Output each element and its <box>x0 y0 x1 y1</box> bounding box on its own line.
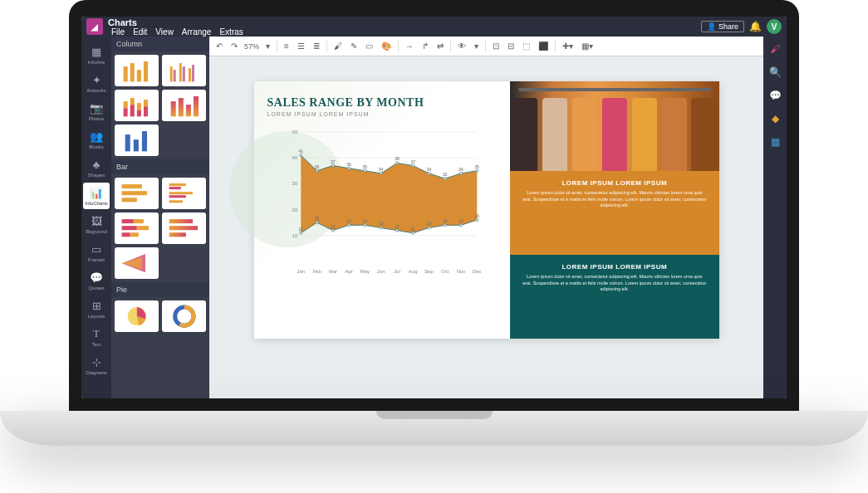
back-icon[interactable]: ⬛ <box>537 41 550 51</box>
chevron-down-icon[interactable]: ▾ <box>264 41 272 51</box>
share-button[interactable]: 👤 Share <box>701 21 744 32</box>
group-icon[interactable]: ⊡ <box>491 41 501 51</box>
svg-rect-8 <box>189 68 191 81</box>
brush-icon[interactable]: 🖌 <box>770 43 780 55</box>
svg-rect-5 <box>173 70 175 81</box>
rail-infoarts[interactable]: ▦InfoArts <box>83 41 110 68</box>
svg-text:Nov: Nov <box>456 269 465 274</box>
eye-icon[interactable]: 👁 <box>456 41 468 51</box>
rail-background[interactable]: 🖼Bkground <box>83 211 110 237</box>
column-chart-5[interactable] <box>115 124 159 156</box>
svg-text:14: 14 <box>362 218 367 223</box>
align-left-icon[interactable]: ≡ <box>282 41 291 51</box>
align-center-icon[interactable]: ☰ <box>296 41 306 51</box>
rail-diagrams[interactable]: ⊹Diagrams <box>83 352 110 378</box>
rail-infocharts[interactable]: 📊InfoCharts <box>83 183 110 209</box>
bar-chart-5[interactable] <box>115 247 159 279</box>
pen-icon[interactable]: ✎ <box>349 41 359 51</box>
column-chart-1[interactable] <box>115 55 159 86</box>
pie-chart-2[interactable] <box>162 300 206 332</box>
search-icon[interactable]: 🔍 <box>769 66 782 78</box>
pie-chart-1[interactable] <box>115 300 159 332</box>
front-icon[interactable]: ⬚ <box>521 41 532 51</box>
svg-rect-0 <box>123 66 127 81</box>
sales-chart[interactable]: 1020304050413537363534383734323435111512… <box>267 127 498 276</box>
doc-left-panel: SALES RANGE BY MONTH LOREM IPSUM LOREM I… <box>254 81 511 339</box>
flip-icon[interactable]: ⇄ <box>435 41 445 51</box>
menu-file[interactable]: File <box>111 27 125 37</box>
svg-text:34: 34 <box>426 167 431 172</box>
rail-blocks[interactable]: 👥Blocks <box>83 126 110 153</box>
svg-text:37: 37 <box>331 159 336 164</box>
connector-icon[interactable]: ↱ <box>420 41 430 51</box>
document[interactable]: SALES RANGE BY MONTH LOREM IPSUM LOREM I… <box>254 81 719 339</box>
text-block-teal: LOREM IPSUM LOREM IPSUM Lorem ipsum dolo… <box>510 255 718 339</box>
svg-text:11: 11 <box>298 227 303 232</box>
layers-icon[interactable]: ◆ <box>772 113 779 124</box>
svg-point-57 <box>299 154 302 157</box>
align-right-icon[interactable]: ≣ <box>311 41 321 51</box>
more-icon[interactable]: ▾ <box>473 41 480 51</box>
svg-text:14: 14 <box>442 218 447 223</box>
svg-rect-29 <box>169 187 180 189</box>
bar-chart-1[interactable] <box>115 178 159 209</box>
avatar[interactable]: V <box>767 19 782 34</box>
svg-rect-4 <box>169 66 172 81</box>
svg-rect-21 <box>194 96 199 116</box>
bar-chart-3[interactable] <box>115 212 159 244</box>
menu-bar: File Edit View Arrange Extras <box>111 27 243 37</box>
menu-arrange[interactable]: Arrange <box>182 27 212 37</box>
grid-icon[interactable]: ▦▾ <box>580 41 595 51</box>
svg-text:20: 20 <box>292 207 297 212</box>
doc-title: SALES RANGE BY MONTH <box>267 96 498 110</box>
column-chart-4[interactable] <box>162 90 206 121</box>
doc-right-panel: LOREM IPSUM LOREM IPSUM Lorem ipsum dolo… <box>510 81 718 339</box>
zoom-level[interactable]: 57% <box>244 42 259 51</box>
rail-shapes[interactable]: ♣Shapes <box>83 154 110 181</box>
rail-layouts[interactable]: ⊞Layouts <box>83 295 110 322</box>
svg-text:35: 35 <box>314 164 319 169</box>
svg-text:13: 13 <box>426 221 431 226</box>
ungroup-icon[interactable]: ⊟ <box>506 41 516 51</box>
app-logo[interactable]: ◢ <box>86 18 103 35</box>
layouts-icon: ⊞ <box>92 300 101 312</box>
svg-point-67 <box>380 172 382 174</box>
plus-icon[interactable]: ✚▾ <box>561 41 575 51</box>
svg-text:37: 37 <box>410 159 415 164</box>
redo-icon[interactable]: ↷ <box>229 41 239 51</box>
rail-text[interactable]: TText <box>83 324 110 350</box>
svg-text:12: 12 <box>395 224 400 229</box>
menu-view[interactable]: View <box>155 27 174 37</box>
canvas-area: ↶ ↷ 57% ▾ ≡ ☰ ≣ 🖌 ✎ ▭ 🎨 → ↱ ⇄ 👁 ▾ ⊡ ⊟ ⬚ … <box>209 37 763 398</box>
svg-text:16: 16 <box>474 213 479 218</box>
rail-photos[interactable]: 📷Photos <box>83 98 110 124</box>
notification-icon[interactable]: 🔔 <box>749 21 762 32</box>
apps-icon[interactable]: ▦ <box>771 136 780 148</box>
comment-icon[interactable]: 💬 <box>769 90 782 101</box>
svg-rect-41 <box>169 232 185 237</box>
bar-chart-2[interactable] <box>162 178 206 209</box>
arrow-icon[interactable]: → <box>404 41 415 51</box>
rail-artworks[interactable]: ✦Artworks <box>83 70 110 96</box>
svg-point-87 <box>347 224 350 227</box>
svg-text:Sep: Sep <box>424 269 434 274</box>
svg-rect-17 <box>144 100 148 106</box>
bar-chart-4[interactable] <box>162 212 206 244</box>
app-screen: ◢ Charts File Edit View Arrange Extras 👤… <box>81 17 787 398</box>
rail-quotes[interactable]: 💬Quotes <box>83 267 110 294</box>
line-icon[interactable]: ▭ <box>364 41 375 51</box>
svg-text:Aug: Aug <box>408 269 417 274</box>
undo-icon[interactable]: ↶ <box>214 41 224 51</box>
paint-icon[interactable]: 🎨 <box>380 41 393 51</box>
column-chart-2[interactable] <box>162 55 206 86</box>
svg-point-79 <box>475 169 478 172</box>
svg-text:41: 41 <box>298 149 303 154</box>
fill-icon[interactable]: 🖌 <box>332 41 344 51</box>
section-bar: Bar <box>111 159 209 174</box>
rail-frames[interactable]: ▭Frames <box>83 239 110 266</box>
menu-extras[interactable]: Extras <box>219 27 243 37</box>
canvas[interactable]: SALES RANGE BY MONTH LOREM IPSUM LOREM I… <box>209 56 763 398</box>
chart-panel: Column Bar Pie <box>111 37 209 398</box>
column-chart-3[interactable] <box>115 90 159 121</box>
menu-edit[interactable]: Edit <box>133 27 147 37</box>
